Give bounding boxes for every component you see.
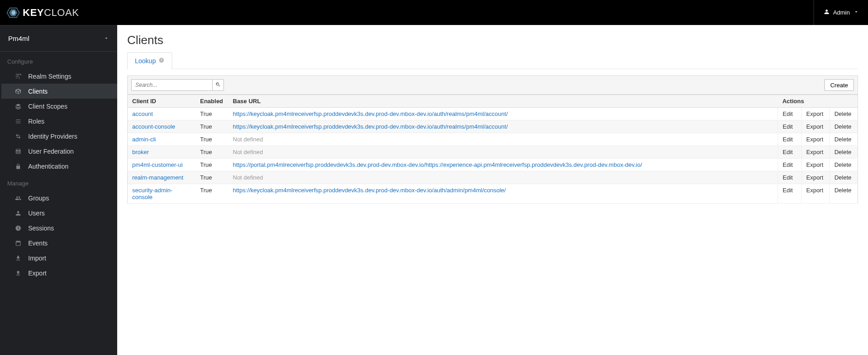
user-menu[interactable]: Admin <box>813 0 859 25</box>
client-url-not-defined: Not defined <box>233 136 263 143</box>
sidebar-item-events[interactable]: Events <box>0 235 117 250</box>
client-url-not-defined: Not defined <box>233 174 263 181</box>
sidebar-item-roles[interactable]: Roles <box>0 114 117 129</box>
col-base-url: Base URL <box>228 95 778 108</box>
edit-action[interactable]: Edit <box>778 120 801 133</box>
main-content: Clients Lookup ? Create <box>117 25 868 355</box>
sidebar-item-client-scopes[interactable]: Client Scopes <box>0 99 117 114</box>
delete-action[interactable]: Delete <box>829 120 858 133</box>
user-label: Admin <box>833 9 850 16</box>
export-action[interactable]: Export <box>801 108 829 120</box>
export-action[interactable]: Export <box>801 146 829 159</box>
svg-text:?: ? <box>160 58 162 62</box>
delete-action[interactable]: Delete <box>829 133 858 146</box>
sidebar-item-label: Client Scopes <box>28 103 67 110</box>
client-id-link[interactable]: realm-management <box>132 174 184 181</box>
chevron-down-icon <box>853 9 859 16</box>
chevron-down-icon <box>104 35 109 42</box>
sidebar-item-user-federation[interactable]: User Federation <box>0 144 117 159</box>
brand-text: KEYCLOAK <box>23 7 79 19</box>
clock-icon <box>15 225 22 232</box>
realm-selector[interactable]: Pm4ml <box>0 25 117 52</box>
client-enabled: True <box>196 184 228 204</box>
list-icon <box>15 118 22 125</box>
create-button[interactable]: Create <box>824 79 854 91</box>
export-icon <box>15 270 22 277</box>
export-action[interactable]: Export <box>801 120 829 133</box>
exchange-icon <box>15 133 22 140</box>
col-actions: Actions <box>778 95 858 108</box>
delete-action[interactable]: Delete <box>829 171 858 184</box>
client-url-link[interactable]: https://keycloak.pm4mlreceiverfsp.prodde… <box>233 187 506 194</box>
table-row: admin-cliTrueNot definedEditExportDelete <box>128 133 858 146</box>
sidebar-item-label: Users <box>28 210 45 217</box>
client-url-link[interactable]: https://keycloak.pm4mlreceiverfsp.prodde… <box>233 123 508 130</box>
help-icon: ? <box>159 57 164 65</box>
delete-action[interactable]: Delete <box>829 184 858 204</box>
user-icon <box>824 9 829 16</box>
edit-action[interactable]: Edit <box>778 184 801 204</box>
section-manage-label: Manage <box>0 174 117 190</box>
export-action[interactable]: Export <box>801 133 829 146</box>
client-id-link[interactable]: pm4ml-customer-ui <box>132 161 183 168</box>
client-id-link[interactable]: broker <box>132 149 149 155</box>
sidebar-item-export[interactable]: Export <box>0 265 117 280</box>
client-id-link[interactable]: account-console <box>132 123 175 130</box>
search-icon <box>215 82 221 89</box>
export-action[interactable]: Export <box>801 171 829 184</box>
sidebar-item-label: Events <box>28 240 48 247</box>
sidebar-item-groups[interactable]: Groups <box>0 190 117 205</box>
client-enabled: True <box>196 133 228 146</box>
client-enabled: True <box>196 171 228 184</box>
sidebar-item-label: Sessions <box>28 225 54 232</box>
client-url-link[interactable]: https://keycloak.pm4mlreceiverfsp.prodde… <box>233 110 508 117</box>
export-action[interactable]: Export <box>801 184 829 204</box>
client-enabled: True <box>196 108 228 120</box>
sidebar-item-label: Groups <box>28 195 49 202</box>
client-url-link[interactable]: https://portal.pm4mlreceiverfsp.proddevd… <box>233 161 642 168</box>
client-id-link[interactable]: admin-cli <box>132 136 156 143</box>
export-action[interactable]: Export <box>801 159 829 171</box>
topbar: KEYCLOAK Admin <box>0 0 868 25</box>
delete-action[interactable]: Delete <box>829 108 858 120</box>
realm-name: Pm4ml <box>8 35 30 42</box>
sidebar-item-import[interactable]: Import <box>0 250 117 265</box>
col-enabled: Enabled <box>196 95 228 108</box>
table-row: account-consoleTruehttps://keycloak.pm4m… <box>128 120 858 133</box>
client-id-link[interactable]: account <box>132 110 153 117</box>
search-button[interactable] <box>212 79 224 91</box>
sidebar: Pm4ml Configure Realm Settings Clients C… <box>0 25 117 355</box>
delete-action[interactable]: Delete <box>829 146 858 159</box>
table-row: pm4ml-customer-uiTruehttps://portal.pm4m… <box>128 159 858 171</box>
sidebar-item-label: Realm Settings <box>28 73 71 80</box>
sidebar-item-sessions[interactable]: Sessions <box>0 220 117 235</box>
group-icon <box>15 195 22 202</box>
delete-action[interactable]: Delete <box>829 159 858 171</box>
sidebar-item-authentication[interactable]: Authentication <box>0 159 117 174</box>
sidebar-item-users[interactable]: Users <box>0 205 117 220</box>
sliders-icon <box>15 73 22 80</box>
keycloak-logo-icon <box>6 6 20 20</box>
sidebar-item-label: Authentication <box>28 163 69 170</box>
tab-lookup[interactable]: Lookup ? <box>127 52 172 69</box>
edit-action[interactable]: Edit <box>778 133 801 146</box>
tabs: Lookup ? <box>127 52 858 69</box>
edit-action[interactable]: Edit <box>778 108 801 120</box>
edit-action[interactable]: Edit <box>778 146 801 159</box>
search-input[interactable] <box>131 79 212 91</box>
sidebar-item-identity-providers[interactable]: Identity Providers <box>0 129 117 144</box>
client-id-link[interactable]: security-admin-console <box>132 187 173 200</box>
client-enabled: True <box>196 146 228 159</box>
calendar-icon <box>15 240 22 247</box>
section-configure-label: Configure <box>0 52 117 69</box>
stack-icon <box>15 103 22 110</box>
edit-action[interactable]: Edit <box>778 171 801 184</box>
edit-action[interactable]: Edit <box>778 159 801 171</box>
sidebar-item-clients[interactable]: Clients <box>0 84 117 99</box>
table-row: realm-managementTrueNot definedEditExpor… <box>128 171 858 184</box>
brand[interactable]: KEYCLOAK <box>6 6 79 20</box>
sidebar-item-realm-settings[interactable]: Realm Settings <box>0 69 117 84</box>
sidebar-item-label: Identity Providers <box>28 133 77 140</box>
client-enabled: True <box>196 159 228 171</box>
import-icon <box>15 255 22 262</box>
